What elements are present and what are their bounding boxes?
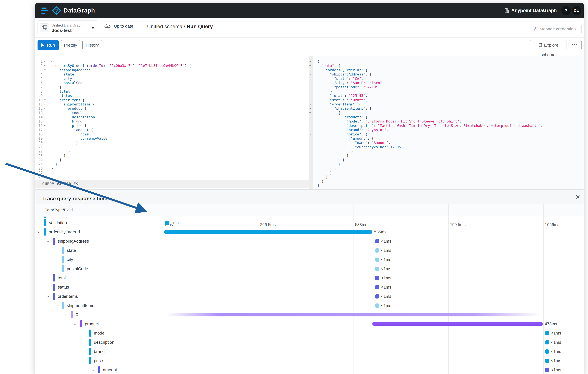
response-fold-gutter: ▾▾▾▾▾▾▾▾▾ xyxy=(309,56,313,189)
trace-row[interactable]: 0 xyxy=(35,310,584,319)
query-editor-line[interactable]: 13 model xyxy=(35,111,309,115)
fold-caret-icon[interactable]: ▾ xyxy=(44,59,46,63)
query-toolbar: Run Prettify History Explore schema ··· xyxy=(35,38,584,56)
prettify-button[interactable]: Prettify xyxy=(61,40,80,50)
trace-row[interactable]: brand<1ms xyxy=(35,347,584,356)
trace-row[interactable]: city<1ms xyxy=(35,255,584,264)
fold-caret-icon[interactable]: ▾ xyxy=(309,68,311,72)
user-avatar[interactable]: DU xyxy=(572,6,581,15)
trace-row[interactable]: shippingAddress<1ms xyxy=(35,237,584,246)
trace-row[interactable]: total<1ms xyxy=(35,273,584,282)
trace-row[interactable]: postalCode<1ms xyxy=(35,264,584,273)
expand-caret-icon[interactable] xyxy=(46,239,49,242)
trace-column-header: Path/Type/Field 0ms266.5ms533ms799.5ms10… xyxy=(35,204,584,216)
response-panel[interactable]: ▾▾▾▾▾▾▾▾▾ { "data": { "ordersByOrderId":… xyxy=(309,56,584,189)
query-editor-line[interactable]: 1▾{ xyxy=(35,59,309,63)
query-editor-line[interactable]: 9 status xyxy=(35,94,309,98)
trace-row[interactable]: price<1ms xyxy=(35,356,584,365)
query-editor-line[interactable]: 19 currencyValue xyxy=(35,136,309,141)
query-editor-line[interactable]: 6 postalCode xyxy=(35,81,309,85)
query-editor-line[interactable]: 15 brand xyxy=(35,119,309,124)
duration-value: <1ms xyxy=(381,257,391,262)
query-editor-line[interactable]: 23 } xyxy=(35,154,309,158)
query-editor-line[interactable]: 11▾ shipmentItems { xyxy=(35,102,309,106)
trace-row[interactable]: amount<1ms xyxy=(35,365,584,374)
query-editor-line[interactable]: 8 total xyxy=(35,89,309,94)
line-number: 15 xyxy=(35,119,43,124)
fold-caret-icon[interactable]: ▾ xyxy=(309,106,311,111)
trace-row[interactable]: state<1ms xyxy=(35,246,584,255)
close-icon[interactable]: × xyxy=(576,192,580,201)
schema-status-label: Up to date xyxy=(114,24,133,29)
expand-caret-icon[interactable] xyxy=(55,304,58,306)
query-editor-line[interactable]: 24 } xyxy=(35,158,309,162)
query-editor-line[interactable]: 3▾ shippingAddress { xyxy=(35,68,309,72)
response-line: { xyxy=(317,111,543,115)
query-editor[interactable]: 1▾{2▾ ordersByOrderId(orderId: "51c0ba3a… xyxy=(35,56,309,189)
query-editor-line[interactable]: 28 xyxy=(35,175,309,179)
query-editor-line[interactable]: 20 } xyxy=(35,141,309,145)
trace-row[interactable]: orderItems<1ms xyxy=(35,292,584,301)
trace-row[interactable]: status<1ms xyxy=(35,282,584,292)
explore-schema-button[interactable]: Explore schema xyxy=(530,40,567,50)
trace-row[interactable]: ordersByOrderId585ms xyxy=(35,227,584,237)
graph-selector-dropdown[interactable]: Unified Data Graph docs-test xyxy=(38,21,98,35)
query-editor-line[interactable]: 12▾ product { xyxy=(35,106,309,111)
duration-dot xyxy=(375,276,379,280)
query-variables-bar[interactable]: QUERY VARIABLES xyxy=(35,180,309,188)
query-editor-code[interactable]: 1▾{2▾ ordersByOrderId(orderId: "51c0ba3a… xyxy=(35,59,309,179)
query-editor-line[interactable]: 7 } xyxy=(35,85,309,89)
fold-caret-icon[interactable]: ▾ xyxy=(44,124,46,128)
fold-caret-icon[interactable]: ▾ xyxy=(44,106,46,110)
trace-row[interactable]: Validation1ms xyxy=(35,218,584,227)
manage-credentials-button[interactable]: Manage credentials xyxy=(528,24,581,34)
help-button[interactable]: ? xyxy=(561,6,571,15)
query-editor-line[interactable]: 2▾ ordersByOrderId(orderId: "51c0ba3a-7e… xyxy=(35,63,309,68)
query-editor-line[interactable]: 25 } xyxy=(35,162,309,166)
query-editor-line[interactable]: 26} xyxy=(35,166,309,171)
response-line: "currencyValue": 12.95 xyxy=(317,145,543,149)
expand-caret-icon[interactable] xyxy=(46,295,49,297)
response-line: { xyxy=(317,59,543,63)
hamburger-menu-icon[interactable] xyxy=(42,8,48,14)
fold-caret-icon[interactable]: ▾ xyxy=(309,102,311,106)
query-editor-line[interactable]: 10▾ orderItems { xyxy=(35,98,309,102)
expand-caret-icon[interactable] xyxy=(64,313,67,316)
query-editor-line[interactable]: 22 } xyxy=(35,149,309,153)
expand-caret-icon[interactable] xyxy=(37,230,40,233)
trace-row[interactable]: shipmentItems<1ms xyxy=(35,301,584,310)
query-editor-line[interactable]: 16▾ price { xyxy=(35,124,309,128)
fold-caret-icon[interactable]: ▾ xyxy=(309,132,311,136)
query-editor-line[interactable]: 27 xyxy=(35,171,309,175)
line-number: 27 xyxy=(35,171,43,175)
expand-caret-icon[interactable] xyxy=(74,322,76,325)
trace-row[interactable]: product473ms xyxy=(35,319,584,329)
query-editor-line[interactable]: 18 name xyxy=(35,132,309,136)
fold-caret-icon[interactable]: ▾ xyxy=(44,63,46,68)
fold-caret-icon[interactable]: ▾ xyxy=(309,63,311,68)
query-editor-line[interactable]: 14 description xyxy=(35,115,309,119)
duration-value: <1ms xyxy=(381,294,391,299)
response-code: { "data": { "ordersByOrderId": { "shippi… xyxy=(317,59,543,188)
fold-caret-icon[interactable]: ▾ xyxy=(44,102,46,106)
fold-caret-icon[interactable]: ▾ xyxy=(44,98,46,102)
history-button[interactable]: History xyxy=(83,40,102,50)
fold-caret-icon[interactable]: ▾ xyxy=(309,59,311,63)
expand-caret-icon[interactable] xyxy=(83,359,85,362)
line-number: 20 xyxy=(35,141,43,145)
query-editor-line[interactable]: 17 amount { xyxy=(35,128,309,132)
fold-caret-icon[interactable]: ▾ xyxy=(44,68,46,72)
response-line: } xyxy=(317,162,543,166)
query-editor-line[interactable]: 21 } xyxy=(35,145,309,149)
fold-caret-icon[interactable]: ▾ xyxy=(309,72,311,76)
trace-row[interactable]: model<1ms xyxy=(35,329,584,338)
fold-caret-icon[interactable]: ▾ xyxy=(309,111,311,115)
response-line: } xyxy=(317,179,543,183)
expand-caret-icon[interactable] xyxy=(92,368,94,371)
run-button[interactable]: Run xyxy=(38,40,59,50)
query-editor-line[interactable]: 5 city xyxy=(35,77,309,81)
trace-row[interactable]: description<1ms xyxy=(35,338,584,347)
more-options-button[interactable]: ··· xyxy=(568,40,581,50)
fold-caret-icon[interactable]: ▾ xyxy=(309,115,311,119)
query-editor-line[interactable]: 4 state xyxy=(35,72,309,76)
